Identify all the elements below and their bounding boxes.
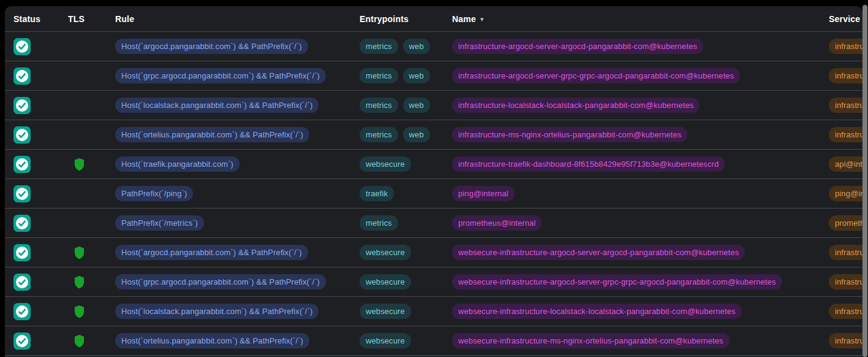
rule-badge: Host(`ortelius.pangarabbit.com`) && Path… <box>115 333 309 348</box>
entrypoint-badge: metrics <box>360 39 398 54</box>
table-row[interactable]: Host(`grpc.argocd.pangarabbit.com`) && P… <box>5 267 862 297</box>
rule-badge: PathPrefix(`/ping`) <box>115 186 193 201</box>
entrypoints-cell: metrics <box>360 215 452 231</box>
entrypoints-cell: metricsweb <box>360 127 452 142</box>
service-badge: infrastru <box>829 304 862 319</box>
column-header-status[interactable]: Status <box>5 14 68 24</box>
status-enabled-icon <box>13 156 31 173</box>
entrypoint-badge: websecure <box>360 274 411 290</box>
name-badge: infrastructure-ms-nginx-ortelius-pangara… <box>452 127 687 142</box>
tls-shield-icon <box>74 334 85 348</box>
rule-badge: Host(`grpc.argocd.pangarabbit.com`) && P… <box>115 274 326 290</box>
column-header-rule-label: Rule <box>115 14 134 24</box>
table-row[interactable]: Host(`grpc.argocd.pangarabbit.com`) && P… <box>5 61 862 91</box>
rule-badge: Host(`localstack.pangarabbit.com`) && Pa… <box>115 304 319 319</box>
column-header-name[interactable]: Name▾ <box>452 14 829 24</box>
routers-page: Status TLS Rule Entrypoints Name▾ Servic… <box>0 0 868 357</box>
entrypoint-badge: web <box>403 98 430 113</box>
sort-descending-icon: ▾ <box>480 15 484 23</box>
table-row[interactable]: PathPrefix(`/ping`) traefik ping@interna… <box>5 179 862 209</box>
service-badge: infrastru <box>829 333 862 348</box>
table-row[interactable]: Host(`ortelius.pangarabbit.com`) && Path… <box>5 120 862 150</box>
service-badge: infrastru <box>829 98 862 113</box>
name-badge: infrastructure-argocd-server-argocd-pang… <box>452 39 703 54</box>
status-enabled-icon <box>13 244 31 261</box>
service-badge: infrastru <box>829 245 862 260</box>
status-enabled-icon <box>13 67 31 85</box>
rule-badge: Host(`argocd.pangarabbit.com`) && PathPr… <box>115 39 308 54</box>
http-routers-table: Status TLS Rule Entrypoints Name▾ Servic… <box>5 6 862 357</box>
table-row[interactable]: Host(`ortelius.pangarabbit.com`) && Path… <box>5 326 862 356</box>
entrypoints-cell: metricsweb <box>360 39 452 54</box>
table-body: Host(`argocd.pangarabbit.com`) && PathPr… <box>5 32 862 356</box>
status-enabled-icon <box>13 215 31 232</box>
rule-badge: Host(`ortelius.pangarabbit.com`) && Path… <box>115 127 309 142</box>
rule-badge: Host(`argocd.pangarabbit.com`) && PathPr… <box>115 245 308 260</box>
column-header-tls-label: TLS <box>68 14 85 24</box>
entrypoint-badge: websecure <box>360 304 411 319</box>
service-badge: prometh <box>829 215 862 231</box>
column-header-rule[interactable]: Rule <box>115 14 360 24</box>
tls-shield-icon <box>74 158 85 171</box>
status-enabled-icon <box>13 303 31 320</box>
entrypoints-cell: websecure <box>360 156 452 172</box>
entrypoints-cell: websecure <box>360 274 452 290</box>
column-header-service[interactable]: Service <box>829 14 862 24</box>
service-badge: infrastru <box>829 274 862 290</box>
table-row[interactable]: PathPrefix(`/metrics`) metrics prometheu… <box>5 209 862 238</box>
name-badge: infrastructure-argocd-server-grpc-grpc-a… <box>452 68 740 83</box>
status-enabled-icon <box>13 97 31 114</box>
service-badge: ping@in <box>829 186 862 201</box>
column-header-entrypoints[interactable]: Entrypoints <box>360 14 452 24</box>
entrypoint-badge: websecure <box>360 156 411 172</box>
name-badge: infrastructure-traefik-dashboard-8f615b8… <box>452 156 725 172</box>
rule-badge: Host(`localstack.pangarabbit.com`) && Pa… <box>115 98 319 113</box>
entrypoint-badge: web <box>403 39 430 54</box>
entrypoints-cell: metricsweb <box>360 98 452 113</box>
service-badge: infrastru <box>829 127 862 142</box>
status-enabled-icon <box>13 185 31 202</box>
entrypoints-cell: websecure <box>360 304 452 319</box>
entrypoint-badge: traefik <box>360 186 394 201</box>
table-row[interactable]: Host(`argocd.pangarabbit.com`) && PathPr… <box>5 32 862 61</box>
column-header-status-label: Status <box>13 14 40 24</box>
table-row[interactable]: Host(`traefik.pangarabbit.com`) websecur… <box>5 150 862 179</box>
tls-shield-icon <box>74 305 85 318</box>
tls-shield-icon <box>74 275 85 289</box>
status-enabled-icon <box>13 274 31 291</box>
entrypoints-cell: websecure <box>360 333 452 348</box>
column-header-entrypoints-label: Entrypoints <box>360 14 409 24</box>
rule-badge: Host(`grpc.argocd.pangarabbit.com`) && P… <box>115 68 326 83</box>
column-header-tls[interactable]: TLS <box>68 14 115 24</box>
service-badge: infrastru <box>829 68 862 83</box>
entrypoints-cell: websecure <box>360 245 452 260</box>
tls-shield-icon <box>74 246 85 259</box>
entrypoint-badge: metrics <box>360 127 398 142</box>
status-enabled-icon <box>13 332 31 350</box>
entrypoint-badge: web <box>403 127 430 142</box>
entrypoint-badge: metrics <box>360 215 398 231</box>
status-enabled-icon <box>13 38 31 55</box>
rule-badge: PathPrefix(`/metrics`) <box>115 215 204 231</box>
name-badge: prometheus@internal <box>452 215 542 231</box>
service-badge: infrastru <box>829 39 862 54</box>
column-header-service-label: Service <box>829 14 860 24</box>
table-row[interactable]: Host(`localstack.pangarabbit.com`) && Pa… <box>5 297 862 326</box>
name-badge: ping@internal <box>452 186 515 201</box>
rule-badge: Host(`traefik.pangarabbit.com`) <box>115 156 240 172</box>
vertical-scrollbar-thumb[interactable] <box>862 5 867 357</box>
entrypoint-badge: metrics <box>360 98 398 113</box>
name-badge: websecure-infrastructure-localstack-loca… <box>452 304 742 319</box>
entrypoint-badge: web <box>403 68 430 83</box>
entrypoint-badge: websecure <box>360 333 411 348</box>
entrypoint-badge: websecure <box>360 245 411 260</box>
status-enabled-icon <box>13 126 31 144</box>
name-badge: infrastructure-localstack-localstack-pan… <box>452 98 700 113</box>
entrypoints-cell: traefik <box>360 186 452 201</box>
name-badge: websecure-infrastructure-argocd-server-g… <box>452 274 782 290</box>
name-badge: websecure-infrastructure-argocd-server-a… <box>452 245 745 260</box>
table-header-row: Status TLS Rule Entrypoints Name▾ Servic… <box>5 6 862 32</box>
table-row[interactable]: Host(`localstack.pangarabbit.com`) && Pa… <box>5 91 862 120</box>
table-row[interactable]: Host(`argocd.pangarabbit.com`) && PathPr… <box>5 238 862 267</box>
entrypoints-cell: metricsweb <box>360 68 452 83</box>
